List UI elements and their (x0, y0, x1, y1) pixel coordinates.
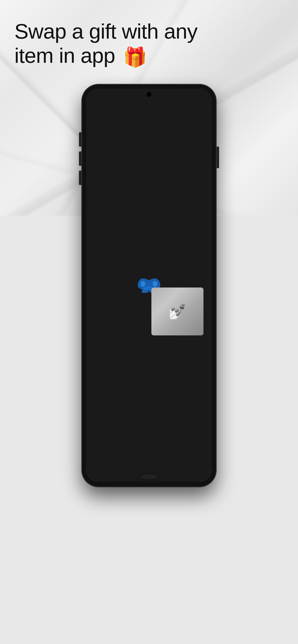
app-content: 20 Something Cocktail 65.00 HK (2 Qty) 🔄… (86, 119, 212, 363)
header-section: Swap a gift with any item in app 🎁 (0, 0, 298, 77)
phone-screen: 17:11 ∿ ‹ 20 Something Co (86, 89, 212, 482)
phone-wrapper: 17:11 ∿ ‹ 20 Something Co (0, 84, 298, 487)
product-grid: 💅 KW NAIL AND LASH STUDIO Soft Gel Singl… (86, 207, 212, 363)
camera-notch (146, 92, 152, 97)
butterfly-blue-image (95, 288, 146, 336)
page-title: Swap a gift with any item in app 🎁 (14, 19, 284, 68)
nails-french-image: 💅 (152, 288, 203, 336)
title-line2: item in app (14, 44, 115, 67)
product-image-4: 💅 (152, 288, 203, 336)
product-image-3 (95, 288, 146, 336)
phone-outer: 17:11 ∿ ‹ 20 Something Co (82, 84, 216, 487)
gift-icon: 🎁 (123, 48, 147, 67)
title-line1: Swap a gift with any (14, 20, 198, 43)
product-card-3[interactable]: BLACKCROW Morpho Adonis Dome S $ 235.00 (92, 285, 149, 363)
